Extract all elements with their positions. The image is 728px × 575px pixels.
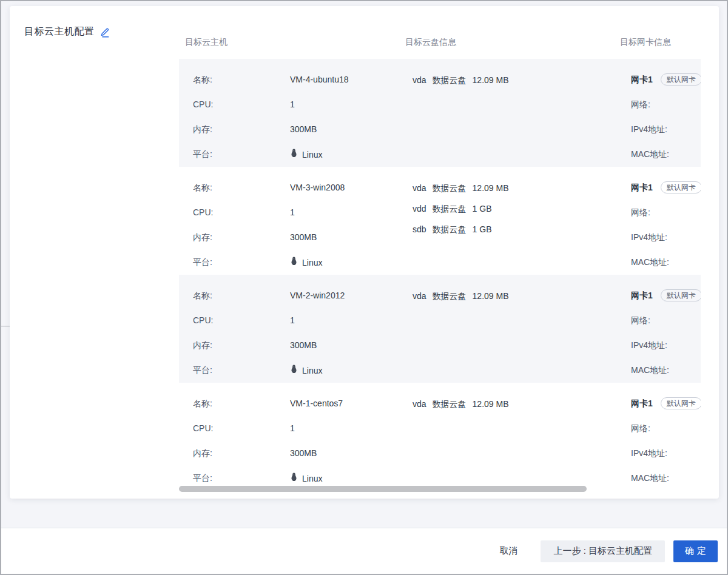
disk-line: vda数据云盘12.09 MB <box>413 178 619 198</box>
disk-type: 数据云盘 <box>433 183 467 193</box>
default-nic-badge: 默认网卡 <box>661 73 701 86</box>
platform-label: 平台: <box>193 142 290 167</box>
confirm-button[interactable]: 确定 <box>673 540 718 562</box>
name-value: VM-2-win2012 <box>290 283 345 308</box>
memory-value: 300MB <box>290 225 317 250</box>
mac-label: MAC地址: <box>631 250 701 275</box>
disk-line: vdd数据云盘1 GB <box>413 198 619 219</box>
name-label: 名称: <box>193 175 290 200</box>
disk-size: 12.09 MB <box>473 291 509 301</box>
edit-icon[interactable] <box>100 27 110 38</box>
nic-name: 网卡1 <box>631 183 653 192</box>
table-row: 名称: VM-2-win2012 CPU: 1 内存: 300MB 平台: <box>179 275 701 383</box>
disk-dev: vda <box>413 183 426 193</box>
disk-type: 数据云盘 <box>433 204 467 214</box>
linux-tux-icon <box>290 358 298 383</box>
ipv4-label: IPv4地址: <box>631 117 701 142</box>
disk-info-cell: vda数据云盘12.09 MB <box>413 383 619 414</box>
network-label: 网络: <box>631 92 701 117</box>
disk-line: vda数据云盘12.09 MB <box>413 70 619 90</box>
linux-tux-icon <box>290 143 298 167</box>
network-label: 网络: <box>631 200 701 225</box>
default-nic-badge: 默认网卡 <box>661 397 701 409</box>
disk-dev: vdd <box>413 204 426 214</box>
card-title-row: 目标云主机配置 <box>24 25 110 38</box>
nic-info-cell: 网卡1 默认网卡 网络: IPv4地址: MAC地址: <box>631 59 701 167</box>
disk-dev: vda <box>413 399 426 409</box>
cancel-button[interactable]: 取消 <box>497 540 520 562</box>
disk-info-cell: vda数据云盘12.09 MB <box>413 275 619 306</box>
nic-info-cell: 网卡1 默认网卡 网络: IPv4地址: MAC地址: <box>631 167 701 275</box>
previous-step-button[interactable]: 上一步 : 目标云主机配置 <box>541 540 665 562</box>
cpu-value: 1 <box>290 200 295 225</box>
disk-info-cell: vda数据云盘12.09 MB <box>413 59 619 90</box>
name-value: VM-3-win2008 <box>290 175 345 200</box>
name-label: 名称: <box>193 283 290 308</box>
network-label: 网络: <box>631 416 701 441</box>
disk-size: 12.09 MB <box>473 183 509 193</box>
platform-value: Linux <box>302 143 322 167</box>
nic-name: 网卡1 <box>631 398 653 408</box>
mac-label: MAC地址: <box>631 358 701 383</box>
page-edge-divider <box>1 326 10 327</box>
table-body: 名称: VM-4-ubuntu18 CPU: 1 内存: 300MB 平台: <box>179 59 701 491</box>
header-target-host: 目标云主机 <box>185 37 228 48</box>
name-label: 名称: <box>193 391 290 416</box>
memory-value: 300MB <box>290 441 317 466</box>
horizontal-scrollbar-thumb[interactable] <box>179 486 587 492</box>
disk-line: sdb数据云盘1 GB <box>413 219 619 240</box>
default-nic-badge: 默认网卡 <box>661 181 701 193</box>
network-label: 网络: <box>631 308 701 333</box>
disk-size: 12.09 MB <box>473 75 509 85</box>
table-header: 目标云主机 目标云盘信息 目标网卡信息 <box>179 27 701 59</box>
page-title: 目标云主机配置 <box>24 25 95 38</box>
table-row: 名称: VM-4-ubuntu18 CPU: 1 内存: 300MB 平台: <box>179 59 701 167</box>
disk-info-cell: vda数据云盘12.09 MBvdd数据云盘1 GBsdb数据云盘1 GB <box>413 167 619 240</box>
cpu-label: CPU: <box>193 200 290 225</box>
nic-name: 网卡1 <box>631 291 653 300</box>
platform-label: 平台: <box>193 250 290 275</box>
config-table: 目标云主机 目标云盘信息 目标网卡信息 名称: VM-4-ubuntu18 CP… <box>179 27 701 493</box>
cpu-label: CPU: <box>193 92 290 117</box>
header-target-nic: 目标网卡信息 <box>620 37 671 48</box>
disk-type: 数据云盘 <box>433 291 467 301</box>
cpu-value: 1 <box>290 92 295 117</box>
disk-line: vda数据云盘12.09 MB <box>413 394 619 414</box>
disk-size: 1 GB <box>473 204 492 214</box>
dialog-frame: 目标云主机配置 目标云主机 目标云盘信息 目标网卡信息 名称: VM-4-ubu <box>0 0 728 575</box>
header-target-disk: 目标云盘信息 <box>405 37 456 48</box>
disk-type: 数据云盘 <box>433 224 467 234</box>
mac-label: MAC地址: <box>631 142 701 167</box>
ipv4-label: IPv4地址: <box>631 333 701 358</box>
memory-value: 300MB <box>290 333 317 358</box>
disk-dev: vda <box>413 291 426 301</box>
cpu-label: CPU: <box>193 416 290 441</box>
cpu-value: 1 <box>290 308 295 333</box>
target-host-config-card: 目标云主机配置 目标云主机 目标云盘信息 目标网卡信息 名称: VM-4-ubu <box>10 6 719 499</box>
ipv4-label: IPv4地址: <box>631 441 701 466</box>
platform-value: Linux <box>302 358 322 383</box>
host-info-cell: 名称: VM-1-centos7 CPU: 1 内存: 300MB 平台: <box>179 383 413 491</box>
memory-value: 300MB <box>290 117 317 142</box>
nic-name: 网卡1 <box>631 75 653 84</box>
disk-dev: sdb <box>413 224 426 234</box>
host-info-cell: 名称: VM-4-ubuntu18 CPU: 1 内存: 300MB 平台: <box>179 59 413 167</box>
disk-size: 12.09 MB <box>473 399 509 409</box>
cpu-label: CPU: <box>193 308 290 333</box>
host-info-cell: 名称: VM-2-win2012 CPU: 1 内存: 300MB 平台: <box>179 275 413 383</box>
name-value: VM-4-ubuntu18 <box>290 67 349 92</box>
name-value: VM-1-centos7 <box>290 391 343 416</box>
linux-tux-icon <box>290 251 298 275</box>
footer-bar: 取消 上一步 : 目标云主机配置 确定 <box>1 528 727 574</box>
nic-info-cell: 网卡1 默认网卡 网络: IPv4地址: MAC地址: <box>631 383 701 491</box>
disk-type: 数据云盘 <box>433 75 467 85</box>
platform-label: 平台: <box>193 358 290 383</box>
cpu-value: 1 <box>290 416 295 441</box>
memory-label: 内存: <box>193 441 290 466</box>
disk-line: vda数据云盘12.09 MB <box>413 286 619 306</box>
memory-label: 内存: <box>193 333 290 358</box>
host-info-cell: 名称: VM-3-win2008 CPU: 1 内存: 300MB 平台: <box>179 167 413 275</box>
memory-label: 内存: <box>193 117 290 142</box>
platform-value: Linux <box>302 251 322 275</box>
disk-dev: vda <box>413 75 426 85</box>
